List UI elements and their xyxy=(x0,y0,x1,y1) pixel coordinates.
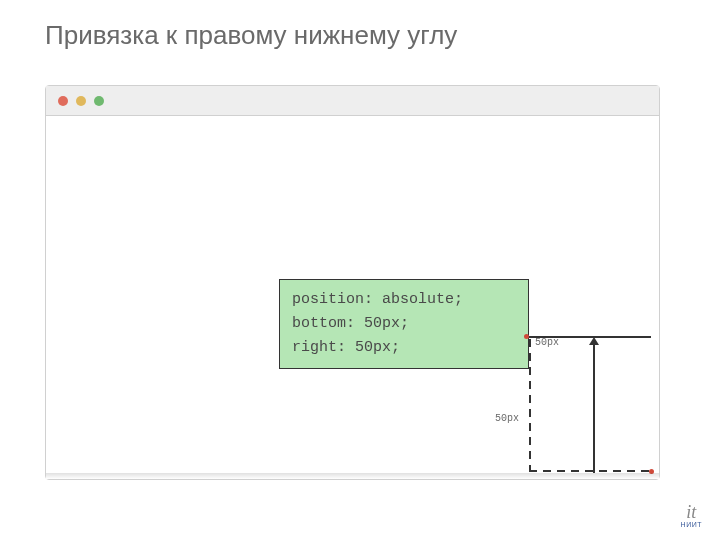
dashed-guide-horizontal xyxy=(529,470,651,472)
browser-window: position: absolute; bottom: 50px; right:… xyxy=(45,85,660,480)
slide-title: Привязка к правому нижнему углу xyxy=(45,20,457,51)
right-offset-label: 50px xyxy=(535,337,559,348)
bottom-offset-label: 50px xyxy=(495,413,519,424)
maximize-icon xyxy=(94,96,104,106)
css-line: position: absolute; xyxy=(292,288,516,312)
footer-logo: it НИИТ xyxy=(681,503,702,528)
browser-titlebar xyxy=(46,86,659,116)
close-icon xyxy=(58,96,68,106)
minimize-icon xyxy=(76,96,86,106)
offset-diagram: 50px 50px xyxy=(479,329,659,479)
dashed-guide-vertical xyxy=(529,339,531,471)
browser-viewport: position: absolute; bottom: 50px; right:… xyxy=(46,116,659,479)
logo-text: НИИТ xyxy=(681,521,702,528)
logo-symbol: it xyxy=(681,503,702,521)
arrow-up-icon xyxy=(593,339,595,473)
